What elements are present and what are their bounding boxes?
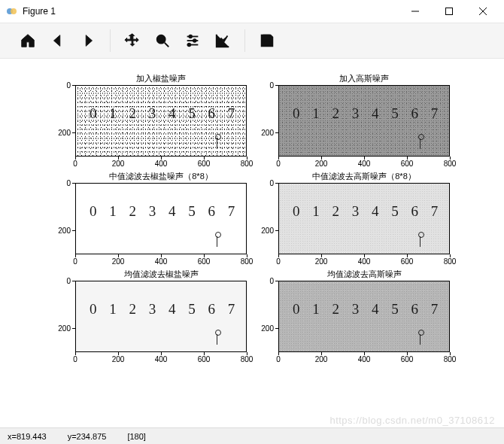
forward-button[interactable] [75, 28, 101, 53]
subplot-0-0: 加入椒盐噪声0 1 2 3 4 5 6 7 802000200400600800 [75, 85, 247, 157]
x-tick-mark [161, 352, 162, 355]
back-button[interactable] [45, 28, 71, 53]
axes-image: 0 1 2 3 4 5 6 7 8 [75, 281, 247, 352]
x-tick-mark [75, 352, 76, 355]
x-tick-mark [364, 157, 365, 160]
close-button[interactable] [466, 0, 499, 23]
x-tick-mark [407, 157, 408, 160]
axes-image: 0 1 2 3 4 5 6 7 8 [75, 183, 247, 254]
subplot-title: 均值滤波去高斯噪声 [278, 269, 450, 280]
svg-point-1 [11, 8, 17, 14]
status-value: [180] [127, 432, 145, 441]
app-icon [6, 5, 18, 17]
x-tick-mark [364, 352, 365, 355]
x-tick-mark [450, 157, 451, 160]
subplot-title: 加入高斯噪声 [278, 73, 450, 84]
x-tick-mark [321, 157, 322, 160]
svg-rect-14 [263, 35, 269, 39]
x-tick-mark [450, 352, 451, 355]
subplot-title: 中值滤波去高斯噪声（8*8） [278, 171, 450, 182]
x-tick-mark [450, 254, 451, 257]
x-tick-mark [278, 254, 279, 257]
svg-point-11 [193, 39, 196, 42]
toolbar-separator [244, 29, 245, 52]
y-tick-mark [72, 85, 75, 86]
image-content-digits: 0 1 2 3 4 5 6 7 8 [90, 203, 247, 220]
y-tick-mark [72, 132, 75, 133]
x-tick-mark [321, 352, 322, 355]
x-tick-mark [278, 352, 279, 355]
x-tick-mark [247, 254, 247, 257]
x-tick-mark [204, 352, 205, 355]
matplotlib-toolbar [0, 23, 504, 59]
zoom-button[interactable] [150, 28, 175, 53]
y-tick-mark [275, 85, 278, 86]
x-tick-mark [278, 157, 279, 160]
image-content-digits: 0 1 2 3 4 5 6 7 8 [293, 105, 450, 122]
axes-image: 0 1 2 3 4 5 6 7 8 [278, 281, 450, 352]
image-content-mark [416, 232, 425, 247]
image-content-mark [213, 330, 222, 345]
subplot-2-0: 均值滤波去椒盐噪声0 1 2 3 4 5 6 7 802000200400600… [75, 281, 247, 352]
subplot-1-1: 中值滤波去高斯噪声（8*8）0 1 2 3 4 5 6 7 8020002004… [278, 183, 450, 254]
x-tick-mark [364, 254, 365, 257]
y-tick-mark [275, 281, 278, 281]
subplot-2-1: 均值滤波去高斯噪声0 1 2 3 4 5 6 7 802000200400600… [278, 281, 450, 352]
axes-image: 0 1 2 3 4 5 6 7 8 [278, 183, 450, 254]
svg-rect-15 [263, 41, 270, 45]
image-content-mark [213, 232, 222, 247]
y-tick-mark [275, 230, 278, 231]
image-content-digits: 0 1 2 3 4 5 6 7 8 [90, 105, 247, 122]
x-tick-mark [204, 157, 205, 160]
y-tick-mark [72, 183, 75, 184]
pan-button[interactable] [120, 28, 145, 53]
image-content-mark [416, 134, 425, 149]
subplot-1-0: 中值滤波去椒盐噪声（8*8）0 1 2 3 4 5 6 7 8020002004… [75, 183, 247, 254]
y-tick-mark [275, 183, 278, 184]
image-content-digits: 0 1 2 3 4 5 6 7 8 [293, 301, 450, 318]
axes-image: 0 1 2 3 4 5 6 7 8 [75, 85, 247, 157]
subplot-title: 中值滤波去椒盐噪声（8*8） [75, 171, 247, 182]
status-bar: x=819.443 y=234.875 [180] [0, 427, 504, 444]
x-tick-mark [407, 254, 408, 257]
image-content-mark [213, 134, 222, 149]
x-tick-mark [247, 352, 247, 355]
watermark-text: https://blog.csdn.net/m0_37108612 [329, 415, 495, 426]
x-tick-mark [118, 254, 119, 257]
svg-rect-3 [445, 8, 452, 15]
x-tick-mark [321, 254, 322, 257]
x-tick-mark [118, 352, 119, 355]
save-button[interactable] [254, 28, 280, 53]
svg-point-6 [157, 35, 165, 44]
subplot-0-1: 加入高斯噪声0 1 2 3 4 5 6 7 802000200400600800 [278, 85, 450, 157]
edit-axes-button[interactable] [210, 28, 235, 53]
y-tick-mark [275, 328, 278, 329]
home-button[interactable] [15, 28, 41, 53]
window-title: Figure 1 [23, 6, 56, 17]
subplot-title: 加入椒盐噪声 [75, 73, 247, 84]
window-titlebar: Figure 1 [0, 0, 504, 23]
y-tick-mark [72, 281, 75, 281]
configure-subplots-button[interactable] [180, 28, 205, 53]
image-content-digits: 0 1 2 3 4 5 6 7 8 [90, 301, 247, 318]
maximize-button[interactable] [432, 0, 466, 23]
minimize-button[interactable] [398, 0, 432, 23]
svg-point-13 [188, 44, 191, 47]
status-x: x=819.443 [8, 432, 47, 441]
y-tick-mark [72, 230, 75, 231]
x-tick-mark [407, 352, 408, 355]
image-content-mark [416, 330, 425, 345]
toolbar-separator [110, 29, 111, 52]
subplot-title: 均值滤波去椒盐噪声 [75, 269, 247, 280]
image-content-digits: 0 1 2 3 4 5 6 7 8 [293, 203, 450, 220]
x-tick-mark [161, 157, 162, 160]
y-tick-mark [275, 132, 278, 133]
x-tick-mark [161, 254, 162, 257]
x-tick-mark [204, 254, 205, 257]
svg-line-7 [165, 43, 169, 47]
svg-point-9 [189, 35, 192, 38]
figure-canvas[interactable]: 加入椒盐噪声0 1 2 3 4 5 6 7 802000200400600800… [0, 59, 504, 415]
axes-image: 0 1 2 3 4 5 6 7 8 [278, 85, 450, 157]
x-tick-mark [118, 157, 119, 160]
status-y: y=234.875 [68, 432, 107, 441]
